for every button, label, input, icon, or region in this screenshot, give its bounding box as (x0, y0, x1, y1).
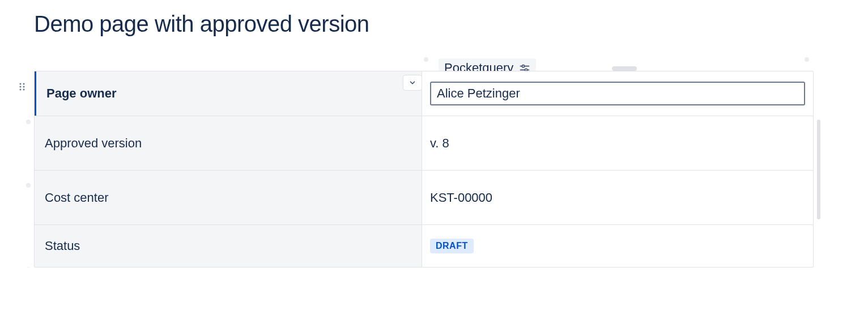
property-row-cost-center: Cost center KST-00000 (35, 170, 813, 224)
insert-handle-icon[interactable] (26, 267, 31, 268)
page-owner-input[interactable] (430, 82, 805, 105)
property-key[interactable]: Cost center (35, 171, 422, 224)
insert-handle-icon[interactable] (26, 120, 31, 124)
property-row-status: Status DRAFT (35, 224, 813, 267)
editor-area: Pocketquery Page owner (34, 71, 827, 268)
property-key[interactable]: Status (35, 225, 422, 267)
drag-handle-icon[interactable] (18, 82, 27, 91)
property-row-page-owner: Page owner (35, 71, 813, 116)
svg-point-0 (20, 83, 22, 85)
property-value[interactable]: v. 8 (422, 116, 813, 170)
page-title: Demo page with approved version (34, 11, 868, 37)
insert-handle-icon[interactable] (26, 183, 31, 188)
svg-point-4 (20, 89, 22, 91)
svg-point-5 (23, 89, 25, 91)
properties-table: Page owner Approved version v. 8 (34, 71, 814, 268)
svg-point-7 (522, 65, 525, 67)
chevron-down-icon[interactable] (403, 75, 422, 91)
property-value (422, 71, 813, 116)
property-value-text: v. 8 (430, 136, 449, 151)
status-badge[interactable]: DRAFT (430, 239, 474, 253)
property-label: Page owner (46, 86, 116, 101)
svg-point-1 (23, 83, 25, 85)
insert-handle-icon[interactable] (424, 57, 428, 62)
svg-point-2 (20, 86, 22, 88)
property-label: Cost center (45, 190, 109, 205)
property-label: Status (45, 239, 80, 253)
property-key[interactable]: Approved version (35, 116, 422, 170)
column-resize-handle[interactable] (612, 66, 637, 71)
property-key[interactable]: Page owner (35, 71, 422, 116)
scrollbar[interactable] (817, 120, 820, 219)
svg-point-3 (23, 86, 25, 88)
property-value-text: KST-00000 (430, 190, 492, 205)
property-row-approved-version: Approved version v. 8 (35, 116, 813, 170)
property-label: Approved version (45, 136, 142, 151)
property-value[interactable]: DRAFT (422, 225, 813, 267)
insert-handle-icon[interactable] (805, 57, 809, 62)
property-value[interactable]: KST-00000 (422, 171, 813, 224)
